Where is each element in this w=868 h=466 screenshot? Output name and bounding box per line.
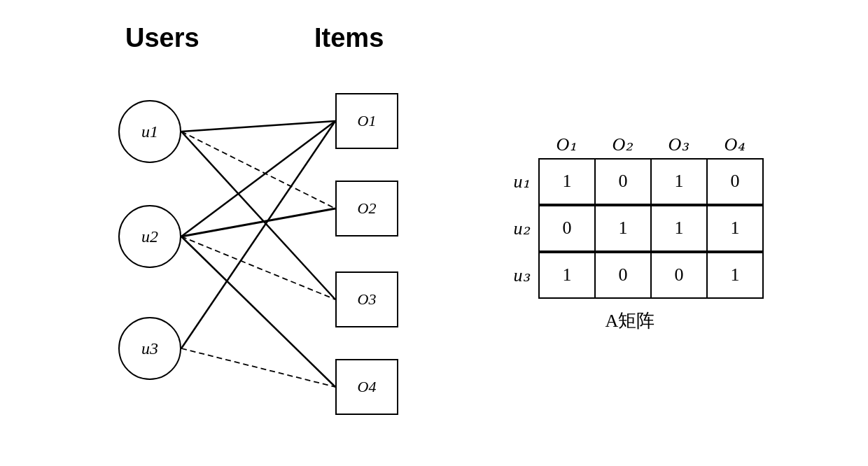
item-label-o1: O1 bbox=[358, 112, 377, 130]
user-node-u3: u3 bbox=[118, 317, 181, 380]
svg-line-8 bbox=[181, 348, 335, 387]
svg-line-7 bbox=[181, 121, 335, 348]
cell-u3-o3: 0 bbox=[651, 253, 707, 298]
svg-line-6 bbox=[181, 236, 335, 387]
svg-line-0 bbox=[181, 121, 335, 132]
matrix-section: O₁ O₂ O₃ O₄ u₁ 1 0 1 0 bbox=[496, 134, 764, 333]
user-node-u1: u1 bbox=[118, 100, 181, 163]
col-header-o3: O₃ bbox=[650, 134, 706, 155]
matrix-table-row3: 1 0 0 1 bbox=[538, 252, 764, 299]
title-items: Items bbox=[314, 23, 384, 53]
svg-line-1 bbox=[181, 132, 335, 209]
item-node-o1: O1 bbox=[335, 93, 398, 149]
svg-line-5 bbox=[181, 236, 335, 299]
matrix-row-u3: u₃ 1 0 0 1 bbox=[496, 252, 764, 299]
matrix-wrapper: O₁ O₂ O₃ O₄ u₁ 1 0 1 0 bbox=[496, 134, 764, 299]
cell-u3-o2: 0 bbox=[595, 253, 651, 298]
row-header-u3: u₃ bbox=[496, 264, 538, 286]
cell-u1-o4: 0 bbox=[707, 159, 763, 204]
svg-line-3 bbox=[181, 121, 335, 236]
cell-u1-o2: 0 bbox=[595, 159, 651, 204]
main-container: Users Items u1 bbox=[49, 23, 819, 443]
title-users: Users bbox=[125, 23, 200, 53]
row-header-u1: u₁ bbox=[496, 171, 538, 192]
cell-u2-o4: 1 bbox=[707, 206, 763, 251]
user-label-u2: u2 bbox=[141, 227, 158, 246]
cell-u1-o1: 1 bbox=[539, 159, 595, 204]
cell-u2-o1: 0 bbox=[539, 206, 595, 251]
matrix-row-u2: u₂ 0 1 1 1 bbox=[496, 205, 764, 252]
graph-section: Users Items u1 bbox=[104, 23, 440, 443]
matrix-caption: A矩阵 bbox=[606, 309, 655, 333]
col-header-o2: O₂ bbox=[594, 134, 650, 155]
cell-u2-o3: 1 bbox=[651, 206, 707, 251]
item-node-o4: O4 bbox=[335, 359, 398, 415]
matrix-table-row1: 1 0 1 0 bbox=[538, 158, 764, 205]
cell-u3-o4: 1 bbox=[707, 253, 763, 298]
svg-line-2 bbox=[181, 132, 335, 299]
svg-line-4 bbox=[181, 209, 335, 236]
cell-u1-o3: 1 bbox=[651, 159, 707, 204]
matrix-table-row2: 0 1 1 1 bbox=[538, 205, 764, 252]
item-label-o3: O3 bbox=[358, 290, 377, 309]
matrix-row-u1: u₁ 1 0 1 0 bbox=[496, 158, 764, 205]
user-label-u1: u1 bbox=[141, 122, 158, 141]
user-label-u3: u3 bbox=[141, 339, 158, 358]
row-header-u2: u₂ bbox=[496, 218, 538, 239]
item-node-o2: O2 bbox=[335, 181, 398, 236]
matrix-rows: u₁ 1 0 1 0 u₂ 0 bbox=[496, 158, 764, 299]
col-header-o1: O₁ bbox=[538, 134, 594, 155]
col-headers: O₁ O₂ O₃ O₄ bbox=[538, 134, 764, 155]
cell-u3-o1: 1 bbox=[539, 253, 595, 298]
item-node-o3: O3 bbox=[335, 271, 398, 327]
col-header-o4: O₄ bbox=[706, 134, 762, 155]
user-node-u2: u2 bbox=[118, 205, 181, 268]
item-label-o2: O2 bbox=[358, 199, 377, 218]
cell-u2-o2: 1 bbox=[595, 206, 651, 251]
item-label-o4: O4 bbox=[358, 378, 377, 396]
